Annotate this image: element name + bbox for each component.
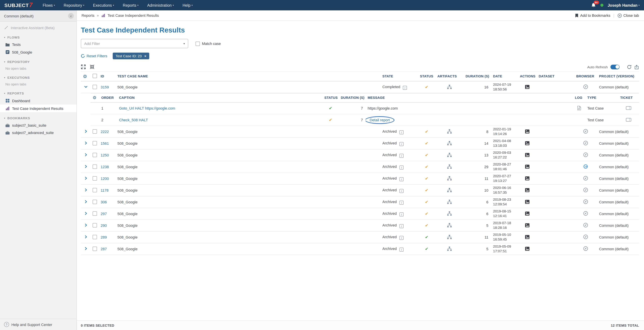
info-icon[interactable]: i [400,130,404,134]
result-id-link[interactable]: 3159 [100,85,109,89]
row-checkbox[interactable] [92,211,97,216]
artifacts-icon[interactable] [447,199,452,204]
expand-row-icon[interactable] [84,176,88,180]
add-filter-dropdown[interactable]: Add Filter ▾ [81,39,188,48]
sidebar-section-reports[interactable]: ▾ REPORTS [0,87,76,97]
subject7-logo[interactable]: SUBJECT7 [4,2,32,9]
add-to-bookmarks-button[interactable]: Add to Bookmarks [575,13,610,17]
collapse-row-icon[interactable] [84,85,88,89]
sidebar-item-tests[interactable]: Tests [0,41,76,48]
step-caption-link[interactable]: Check_508 HALT [119,118,148,122]
user-menu[interactable]: Joseph Hamdan▾ [608,3,640,7]
artifacts-icon[interactable] [447,164,452,169]
remove-filter-icon[interactable]: × [144,54,146,58]
row-checkbox[interactable] [92,188,97,192]
info-icon[interactable]: i [400,154,404,158]
row-checkbox[interactable] [92,141,97,145]
screenshot-action-icon[interactable] [525,141,530,145]
reset-filters-button[interactable]: Reset Filters [81,54,107,58]
filter-chip-test-case-id[interactable]: Test Case ID: 23 × [113,53,150,59]
result-id-link[interactable]: 289 [100,235,107,239]
info-icon[interactable]: i [400,142,404,146]
screenshot-action-icon[interactable] [525,129,530,134]
artifacts-icon[interactable] [447,223,452,227]
screenshot-action-icon[interactable] [525,235,530,239]
info-icon[interactable]: i [400,224,404,228]
screenshot-action-icon[interactable] [525,223,530,227]
expand-row-icon[interactable] [84,235,88,239]
breadcrumb-root[interactable]: Reports [82,13,94,17]
result-id-link[interactable]: 1250 [100,153,109,157]
sidebar-collapse-button[interactable]: ‹ [68,13,74,19]
auto-refresh-toggle[interactable] [610,64,620,69]
expand-row-icon[interactable] [84,200,88,204]
expand-row-icon[interactable] [84,141,88,145]
expand-row-icon[interactable] [84,129,88,133]
sidebar-item-subject7-advanced-suite[interactable]: subject7_advanced_suite [0,129,76,136]
info-icon[interactable]: i [400,236,404,240]
info-icon[interactable]: i [400,212,404,216]
sidebar-section-bookmarks[interactable]: ▾ BOOKMARKS [0,112,76,122]
sidebar-section-executions[interactable]: ▾ EXECUTIONS [0,72,76,81]
select-all-checkbox[interactable] [92,74,97,78]
result-id-link[interactable]: 297 [100,212,107,216]
artifacts-icon[interactable] [447,235,452,239]
row-checkbox[interactable] [92,129,97,134]
row-checkbox[interactable] [92,153,97,157]
row-checkbox[interactable] [92,164,97,169]
expand-row-icon[interactable] [84,211,88,215]
row-checkbox[interactable] [92,199,97,204]
expand-row-icon[interactable] [84,247,88,251]
row-checkbox[interactable] [92,176,97,180]
sidebar-item-subject7-basic-suite[interactable]: subject7_basic_suite [0,122,76,129]
sidebar-item-test-case-independent-results[interactable]: Test Case Independent Results [0,105,76,112]
sidebar-section-repository[interactable]: ▾ REPOSITORY [0,56,76,65]
sidebar-item-508-google[interactable]: 508_Google [0,48,76,56]
sidebar-item-interactive-assistant[interactable]: Interactive Assistant (Beta) [0,22,76,31]
artifacts-icon[interactable] [447,246,452,251]
expand-all-icon[interactable] [81,64,86,69]
screenshot-action-icon[interactable] [525,199,530,204]
row-checkbox[interactable] [92,246,97,251]
info-icon[interactable]: i [400,177,404,181]
expand-row-icon[interactable] [84,188,88,192]
screenshot-action-icon[interactable] [525,188,530,192]
menu-reports[interactable]: Reports▾ [123,3,138,7]
info-icon[interactable]: i [400,247,404,251]
help-support-link[interactable]: ? Help and Support Center [0,319,76,330]
result-id-link[interactable]: 1178 [100,188,108,192]
artifacts-icon[interactable] [447,129,452,134]
menu-executions[interactable]: Executions▾ [93,3,114,7]
artifacts-icon[interactable] [447,141,452,145]
expand-row-icon[interactable] [84,165,88,168]
artifacts-icon[interactable] [447,153,452,157]
menu-repository[interactable]: Repository▾ [64,3,84,7]
menu-help[interactable]: Help▾ [182,3,192,7]
artifacts-icon[interactable] [447,188,452,192]
result-id-link[interactable]: 1561 [100,141,109,145]
result-id-link[interactable]: 1238 [100,165,109,169]
close-tab-button[interactable]: Close tab [617,13,639,17]
info-icon[interactable]: i [400,165,404,169]
info-icon[interactable]: i [400,189,404,193]
expand-row-icon[interactable] [84,153,88,157]
result-id-link[interactable]: 2222 [100,130,109,134]
menu-administration[interactable]: Administration▾ [147,3,174,7]
subtable-settings-icon[interactable]: ⚙ [92,95,96,100]
artifacts-icon[interactable] [447,176,452,180]
sidebar-item-dashboard[interactable]: Dashboard [0,97,76,105]
log-file-icon[interactable] [577,106,581,110]
row-checkbox[interactable] [92,85,97,89]
info-icon[interactable]: i [400,200,404,204]
sidebar-section-flows[interactable]: ▾ FLOWS [0,31,76,41]
collapse-all-icon[interactable] [90,64,94,69]
screenshot-action-icon[interactable] [525,85,530,89]
result-id-link[interactable]: 287 [100,247,107,251]
ticket-icon[interactable] [626,106,631,110]
row-checkbox[interactable] [92,223,97,227]
ticket-icon[interactable] [626,118,631,122]
info-icon[interactable]: i [403,86,407,90]
result-id-link[interactable]: 1200 [100,176,109,180]
screenshot-action-icon[interactable] [525,246,530,251]
menu-flows[interactable]: Flows▾ [42,3,55,7]
